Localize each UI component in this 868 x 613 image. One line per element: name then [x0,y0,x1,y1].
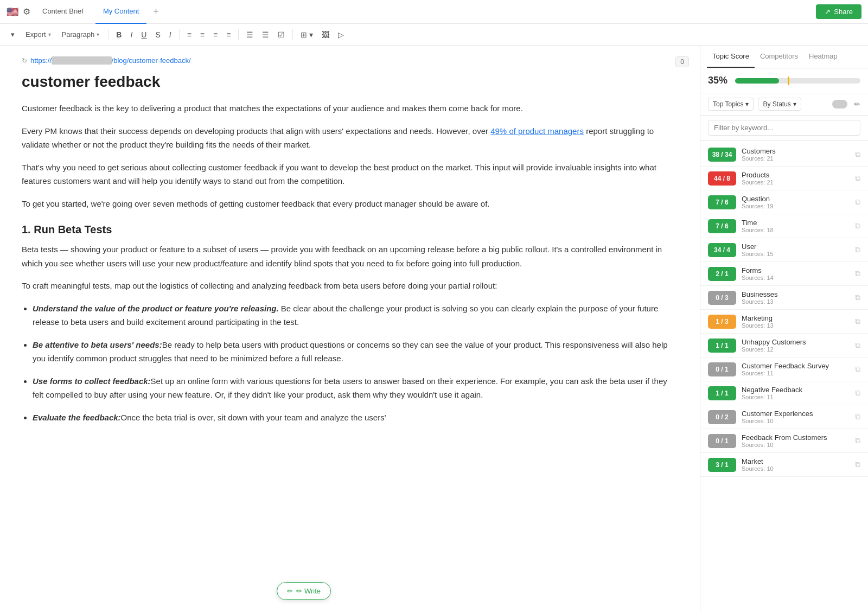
embed-button[interactable]: ▷ [335,28,347,41]
tab-competitors[interactable]: Competitors [755,46,803,68]
paragraph-4: To get you started, we're going over sev… [22,197,678,211]
list-item[interactable]: 0 / 3 Businesses Sources: 13 ⧉ [700,286,868,310]
dropdown-button[interactable]: ▾ [7,28,19,41]
copy-icon[interactable]: ⧉ [855,197,860,207]
paragraph-dropdown[interactable]: Paragraph ▾ [58,28,104,41]
topic-badge: 0 / 1 [708,434,736,448]
list-item[interactable]: 1 / 1 Unhappy Customers Sources: 12 ⧉ [700,334,868,357]
keyword-filter-input[interactable] [708,120,860,136]
editor-area[interactable]: ↻ https://████████████/blog/customer-fee… [0,46,700,613]
align-left-button[interactable]: ≡ [184,28,195,41]
copy-icon[interactable]: ⧉ [855,317,860,326]
tab-topic-score[interactable]: Topic Score [707,46,755,68]
table-button[interactable]: ⊞ ▾ [297,28,316,41]
topics-list: 38 / 34 Customers Sources: 21 ⧉ 44 / 8 P… [700,141,868,613]
align-right-button[interactable]: ≡ [210,28,221,41]
copy-icon[interactable]: ⧉ [855,174,860,183]
copy-icon[interactable]: ⧉ [855,245,860,254]
share-button[interactable]: ↗ Share [816,4,861,19]
list-item[interactable]: 44 / 8 Products Sources: 21 ⧉ [700,167,868,190]
toggle-switch[interactable] [832,100,847,108]
status-filter-dropdown[interactable]: By Status ▾ [758,98,801,111]
list-item[interactable]: 0 / 1 Customer Feedback Survey Sources: … [700,357,868,381]
ordered-list-button[interactable]: ☰ [259,28,272,41]
tab-heatmap[interactable]: Heatmap [803,46,843,68]
export-dropdown[interactable]: Export ▾ [21,28,55,41]
section1-para-1: Beta tests — showing your product or fea… [22,242,678,270]
article-title: customer feedback [22,73,678,91]
italic-button[interactable]: I [127,28,136,41]
panel-tabs: Topic Score Competitors Heatmap [700,46,868,68]
bullet-list-button[interactable]: ☰ [243,28,257,41]
list-item[interactable]: 7 / 6 Time Sources: 18 ⧉ [700,214,868,238]
italic2-button[interactable]: I [166,28,175,41]
topic-sources: Sources: 11 [742,394,850,400]
topic-sources: Sources: 18 [742,227,850,233]
topic-badge: 44 / 8 [708,171,736,186]
write-button[interactable]: ✏ ✏ Write [277,582,331,600]
list-item[interactable]: 0 / 2 Customer Experiences Sources: 10 ⧉ [700,405,868,429]
topic-badge: 0 / 3 [708,291,736,305]
article-url[interactable]: https://████████████/blog/customer-feedb… [30,56,191,65]
copy-icon[interactable]: ⧉ [855,150,860,159]
topic-info: Market Sources: 10 [742,457,850,472]
list-item[interactable]: 2 / 1 Forms Sources: 14 ⧉ [700,262,868,286]
topic-info: Customers Sources: 21 [742,147,850,162]
copy-icon[interactable]: ⧉ [855,341,860,350]
list-item[interactable]: 34 / 4 User Sources: 15 ⧉ [700,238,868,262]
edit-icon[interactable]: ✏ [854,100,860,108]
divider [238,29,239,40]
add-tab-button[interactable]: + [153,6,159,17]
copy-icon[interactable]: ⧉ [855,436,860,445]
settings-button[interactable]: ⚙ [23,7,30,17]
list-item[interactable]: 1 / 1 Negative Feedback Sources: 11 ⧉ [700,381,868,405]
list-item[interactable]: 38 / 34 Customers Sources: 21 ⧉ [700,143,868,167]
bold-button[interactable]: B [113,28,125,41]
topics-filter-dropdown[interactable]: Top Topics ▾ [708,98,754,111]
topic-badge: 7 / 6 [708,195,736,209]
section1-title: 1. Run Beta Tests [22,224,678,236]
image-button[interactable]: 🖼 [318,28,333,41]
top-bar: 🇺🇸 ⚙ Content Brief My Content + ↗ Share [0,0,868,24]
topic-info: Time Sources: 18 [742,219,850,233]
copy-icon[interactable]: ⧉ [855,388,860,398]
topic-sources: Sources: 12 [742,346,850,353]
copy-icon[interactable]: ⧉ [855,460,860,469]
align-center-button[interactable]: ≡ [197,28,208,41]
divider [292,29,293,40]
score-percent: 35% [708,75,730,86]
topic-info: Products Sources: 21 [742,171,850,186]
topic-sources: Sources: 11 [742,370,850,376]
link-49percent[interactable]: 49% of product managers [490,126,584,136]
paragraph-2: Every PM knows that their success depend… [22,124,678,152]
topic-sources: Sources: 13 [742,298,850,305]
topic-badge: 2 / 1 [708,267,736,281]
url-bar: ↻ https://████████████/blog/customer-fee… [22,56,678,65]
underline-button[interactable]: U [138,28,150,41]
list-item[interactable]: 0 / 1 Feedback From Customers Sources: 1… [700,429,868,453]
strikethrough-button[interactable]: S [152,28,163,41]
copy-icon[interactable]: ⧉ [855,269,860,278]
topic-sources: Sources: 10 [742,465,850,472]
toolbar: ▾ Export ▾ Paragraph ▾ B I U S I ≡ ≡ ≡ ≡… [0,24,868,46]
list-item[interactable]: 7 / 6 Question Sources: 19 ⧉ [700,190,868,214]
tab-content-brief[interactable]: Content Brief [35,0,91,24]
copy-icon[interactable]: ⧉ [855,365,860,374]
topic-sources: Sources: 10 [742,418,850,424]
copy-icon[interactable]: ⧉ [855,293,860,302]
topic-name: Businesses [742,290,850,298]
topic-info: Forms Sources: 14 [742,266,850,281]
chevron-down-icon: ▾ [97,31,99,37]
topic-name: Feedback From Customers [742,433,850,442]
list-item[interactable]: 1 / 3 Marketing Sources: 13 ⧉ [700,310,868,334]
list-item[interactable]: 3 / 1 Market Sources: 10 ⧉ [700,453,868,477]
checklist-button[interactable]: ☑ [275,28,288,41]
search-section [700,116,868,141]
copy-icon[interactable]: ⧉ [855,412,860,422]
bullet-item-4: Evaluate the feedback:Once the beta tria… [33,411,678,425]
chevron-down-icon: ▾ [745,100,749,108]
tab-my-content[interactable]: My Content [95,0,146,24]
bullet-item-3: Use forms to collect feedback:Set up an … [33,374,678,402]
justify-button[interactable]: ≡ [223,28,234,41]
copy-icon[interactable]: ⧉ [855,221,860,231]
